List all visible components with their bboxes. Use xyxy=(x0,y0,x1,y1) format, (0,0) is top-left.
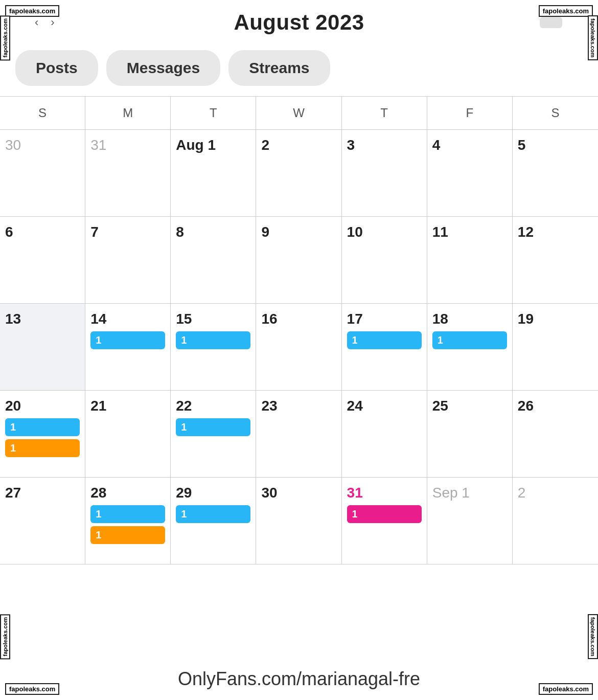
calendar-cell[interactable]: 10 xyxy=(342,217,427,304)
calendar-cell[interactable]: 23 xyxy=(256,391,341,478)
calendar-cell[interactable]: 30 xyxy=(256,478,341,564)
calendar-body: 3031Aug 12345678910111213141151161711811… xyxy=(0,130,598,564)
calendar-day-number: 8 xyxy=(176,224,250,240)
calendar-cell[interactable]: 6 xyxy=(0,217,85,304)
calendar-cell[interactable]: 12 xyxy=(513,217,598,304)
event-badge[interactable]: 1 xyxy=(90,505,165,523)
calendar-cell[interactable]: 171 xyxy=(342,304,427,391)
event-badge[interactable]: 1 xyxy=(5,418,80,436)
calendar-cell[interactable]: 181 xyxy=(427,304,513,391)
calendar-day-number: 10 xyxy=(347,224,422,240)
day-header-fri: F xyxy=(427,97,513,129)
calendar-cell[interactable]: Sep 1 xyxy=(427,478,513,564)
calendar-day-number: 19 xyxy=(518,311,593,327)
footer-watermark: OnlyFans.com/marianagal-fre xyxy=(178,668,420,690)
event-badge[interactable]: 1 xyxy=(347,331,422,349)
calendar-cell[interactable]: 2 xyxy=(513,478,598,564)
calendar-cell[interactable]: 31 xyxy=(85,130,171,217)
calendar: S M T W T F S 3031Aug 123456789101112131… xyxy=(0,96,598,564)
calendar-day-number: 7 xyxy=(90,224,165,240)
calendar-cell[interactable]: 27 xyxy=(0,478,85,564)
calendar-day-number: 9 xyxy=(261,224,336,240)
calendar-cell[interactable]: 11 xyxy=(427,217,513,304)
filter-tabs-container: Posts Messages Streams xyxy=(0,45,598,96)
tab-posts[interactable]: Posts xyxy=(15,50,98,86)
event-badge[interactable]: 1 xyxy=(176,418,250,436)
calendar-day-headers: S M T W T F S xyxy=(0,97,598,130)
header-control-button[interactable] xyxy=(540,17,562,28)
watermark-bottom-left: fapoleaks.com xyxy=(5,683,59,695)
calendar-cell[interactable]: 7 xyxy=(85,217,171,304)
calendar-day-number: 22 xyxy=(176,398,250,414)
calendar-cell[interactable]: 311 xyxy=(342,478,427,564)
calendar-day-number: 13 xyxy=(5,311,80,327)
calendar-cell[interactable]: 221 xyxy=(171,391,256,478)
event-badge[interactable]: 1 xyxy=(347,505,422,523)
calendar-day-number: 21 xyxy=(90,398,165,414)
calendar-cell[interactable]: Aug 1 xyxy=(171,130,256,217)
calendar-cell[interactable]: 24 xyxy=(342,391,427,478)
side-watermark-right-bottom: fapoleaks.com xyxy=(588,614,598,659)
calendar-day-number: 15 xyxy=(176,311,250,327)
calendar-cell[interactable]: 25 xyxy=(427,391,513,478)
calendar-cell[interactable]: 2011 xyxy=(0,391,85,478)
calendar-day-number: 3 xyxy=(347,137,422,153)
event-badge[interactable]: 1 xyxy=(5,439,80,457)
calendar-day-number: 31 xyxy=(90,137,165,153)
day-header-thu: T xyxy=(342,97,427,129)
calendar-day-number: 26 xyxy=(518,398,593,414)
calendar-day-number: 18 xyxy=(432,311,507,327)
calendar-day-number: 14 xyxy=(90,311,165,327)
calendar-day-number: 25 xyxy=(432,398,507,414)
event-badge[interactable]: 1 xyxy=(90,331,165,349)
calendar-day-number: 27 xyxy=(5,485,80,501)
calendar-cell[interactable]: 151 xyxy=(171,304,256,391)
day-header-sat: S xyxy=(513,97,598,129)
month-year-title: August 2023 xyxy=(234,10,364,35)
event-badge[interactable]: 1 xyxy=(176,331,250,349)
calendar-cell[interactable]: 4 xyxy=(427,130,513,217)
calendar-cell[interactable]: 2 xyxy=(256,130,341,217)
calendar-cell[interactable]: 30 xyxy=(0,130,85,217)
side-watermark-right-top: fapoleaks.com xyxy=(588,15,598,60)
watermark-top-left: fapoleaks.com xyxy=(5,5,59,17)
calendar-day-number: 28 xyxy=(90,485,165,501)
tab-streams[interactable]: Streams xyxy=(228,50,330,86)
calendar-day-number: Aug 1 xyxy=(176,137,250,153)
calendar-cell[interactable]: 9 xyxy=(256,217,341,304)
calendar-day-number: 2 xyxy=(518,485,593,501)
calendar-day-number: 30 xyxy=(261,485,336,501)
calendar-cell[interactable]: 2811 xyxy=(85,478,171,564)
calendar-day-number: 5 xyxy=(518,137,593,153)
side-watermark-left-top: fapoleaks.com xyxy=(0,15,10,60)
event-badge[interactable]: 1 xyxy=(90,526,165,544)
calendar-day-number: 24 xyxy=(347,398,422,414)
tab-messages[interactable]: Messages xyxy=(106,50,220,86)
calendar-day-number: 31 xyxy=(347,485,422,501)
day-header-tue: T xyxy=(171,97,256,129)
calendar-day-number: 30 xyxy=(5,137,80,153)
calendar-cell[interactable]: 13 xyxy=(0,304,85,391)
calendar-day-number: 6 xyxy=(5,224,80,240)
watermark-top-right: fapoleaks.com xyxy=(539,5,593,17)
day-header-wed: W xyxy=(256,97,341,129)
day-header-sun: S xyxy=(0,97,85,129)
calendar-day-number: 17 xyxy=(347,311,422,327)
calendar-day-number: 11 xyxy=(432,224,507,240)
event-badge[interactable]: 1 xyxy=(432,331,507,349)
calendar-cell[interactable]: 291 xyxy=(171,478,256,564)
calendar-day-number: 2 xyxy=(261,137,336,153)
calendar-cell[interactable]: 8 xyxy=(171,217,256,304)
calendar-cell[interactable]: 5 xyxy=(513,130,598,217)
calendar-day-number: 12 xyxy=(518,224,593,240)
calendar-cell[interactable]: 21 xyxy=(85,391,171,478)
calendar-day-number: 23 xyxy=(261,398,336,414)
calendar-cell[interactable]: 16 xyxy=(256,304,341,391)
event-badge[interactable]: 1 xyxy=(176,505,250,523)
calendar-cell[interactable]: 26 xyxy=(513,391,598,478)
calendar-cell[interactable]: 141 xyxy=(85,304,171,391)
calendar-cell[interactable]: 3 xyxy=(342,130,427,217)
calendar-cell[interactable]: 19 xyxy=(513,304,598,391)
calendar-day-number: 16 xyxy=(261,311,336,327)
calendar-day-number: Sep 1 xyxy=(432,485,507,501)
